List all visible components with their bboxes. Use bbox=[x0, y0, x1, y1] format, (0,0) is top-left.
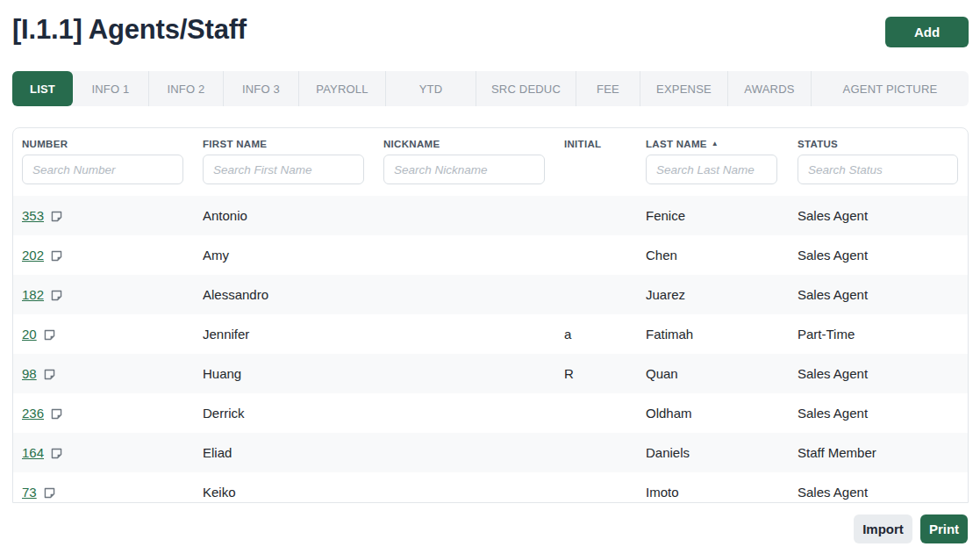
table-row: 98HuangRQuanSales Agent bbox=[13, 354, 968, 393]
agent-number-link[interactable]: 73 bbox=[22, 485, 37, 500]
tab-fee[interactable]: FEE bbox=[576, 71, 640, 106]
number-cell: 98 bbox=[22, 366, 203, 381]
tab-info-2[interactable]: INFO 2 bbox=[149, 71, 224, 106]
tab-bar: LIST INFO 1 INFO 2 INFO 3 PAYROLL YTD SR… bbox=[12, 71, 969, 106]
number-cell: 353 bbox=[22, 208, 203, 223]
table-row: 73KeikoImotoSales Agent bbox=[13, 472, 968, 503]
number-cell: 202 bbox=[22, 248, 203, 263]
status-cell: Sales Agent bbox=[798, 248, 959, 263]
number-cell: 236 bbox=[22, 406, 203, 421]
column-header-number[interactable]: NUMBER bbox=[22, 139, 203, 149]
last-name-cell: Fatimah bbox=[646, 327, 798, 342]
sticky-note-icon[interactable] bbox=[43, 368, 56, 381]
agent-number-link[interactable]: 353 bbox=[22, 208, 44, 223]
agent-number-link[interactable]: 202 bbox=[22, 248, 44, 263]
agent-number-link[interactable]: 182 bbox=[22, 287, 44, 302]
last-name-cell: Juarez bbox=[646, 287, 798, 302]
sticky-note-icon[interactable] bbox=[50, 407, 63, 421]
status-cell: Sales Agent bbox=[798, 208, 959, 223]
first-name-cell: Antonio bbox=[203, 208, 383, 223]
last-name-cell: Fenice bbox=[646, 208, 798, 223]
footer-bar: Import Print bbox=[0, 503, 980, 554]
initial-cell: R bbox=[564, 366, 646, 381]
sticky-note-icon[interactable] bbox=[43, 328, 56, 342]
column-header-nickname[interactable]: NICKNAME bbox=[383, 139, 564, 149]
search-last-name-input[interactable] bbox=[646, 155, 777, 184]
tab-agent-picture[interactable]: AGENT PICTURE bbox=[812, 71, 969, 106]
status-cell: Sales Agent bbox=[798, 485, 959, 500]
column-header-initial[interactable]: INITIAL bbox=[564, 139, 646, 149]
initial-cell: a bbox=[564, 327, 646, 342]
add-button[interactable]: Add bbox=[885, 17, 969, 47]
status-cell: Sales Agent bbox=[798, 287, 959, 302]
tab-src-deduc[interactable]: SRC DEDUC bbox=[476, 71, 576, 106]
first-name-cell: Jennifer bbox=[203, 327, 383, 342]
column-header-status[interactable]: STATUS bbox=[798, 139, 959, 149]
tab-awards[interactable]: AWARDS bbox=[728, 71, 812, 106]
column-status: STATUS bbox=[798, 139, 959, 184]
column-initial: INITIAL bbox=[564, 139, 646, 184]
sticky-note-icon[interactable] bbox=[50, 447, 63, 460]
first-name-cell: Huang bbox=[203, 366, 383, 381]
tab-info-3[interactable]: INFO 3 bbox=[224, 71, 299, 106]
agents-table: NUMBER FIRST NAME NICKNAME INITIAL LAST … bbox=[12, 127, 969, 503]
column-number: NUMBER bbox=[22, 139, 203, 184]
last-name-cell: Oldham bbox=[646, 406, 798, 421]
last-name-cell: Daniels bbox=[646, 445, 798, 460]
table-header-row: NUMBER FIRST NAME NICKNAME INITIAL LAST … bbox=[13, 128, 968, 196]
page-header: [I.1.1] Agents/Staff Add bbox=[0, 0, 980, 60]
column-last-name: LAST NAME ▲ bbox=[646, 139, 798, 184]
first-name-cell: Derrick bbox=[203, 406, 383, 421]
sticky-note-icon[interactable] bbox=[43, 486, 56, 500]
status-cell: Part-Time bbox=[798, 327, 959, 342]
number-cell: 20 bbox=[22, 327, 203, 342]
table-row: 20JenniferaFatimahPart-Time bbox=[13, 314, 968, 354]
first-name-cell: Amy bbox=[203, 248, 383, 263]
first-name-cell: Alessandro bbox=[203, 287, 383, 302]
last-name-cell: Chen bbox=[646, 248, 798, 263]
sort-ascending-icon: ▲ bbox=[712, 140, 719, 147]
first-name-cell: Keiko bbox=[203, 485, 383, 500]
tab-expense[interactable]: EXPENSE bbox=[640, 71, 728, 106]
status-cell: Staff Member bbox=[798, 445, 959, 460]
column-label: LAST NAME bbox=[646, 139, 707, 149]
table-row: 164EliadDanielsStaff Member bbox=[13, 433, 968, 472]
column-label: STATUS bbox=[798, 139, 838, 149]
agent-number-link[interactable]: 20 bbox=[22, 327, 37, 342]
number-cell: 182 bbox=[22, 287, 203, 302]
number-cell: 73 bbox=[22, 485, 203, 500]
import-button[interactable]: Import bbox=[854, 514, 912, 543]
search-number-input[interactable] bbox=[22, 155, 183, 184]
search-nickname-input[interactable] bbox=[383, 155, 545, 184]
column-header-last-name[interactable]: LAST NAME ▲ bbox=[646, 139, 798, 149]
table-body: 353AntonioFeniceSales Agent202AmyChenSal… bbox=[13, 196, 968, 503]
table-row: 236DerrickOldhamSales Agent bbox=[13, 393, 968, 433]
column-header-first-name[interactable]: FIRST NAME bbox=[203, 139, 383, 149]
tab-payroll[interactable]: PAYROLL bbox=[299, 71, 386, 106]
table-row: 182AlessandroJuarezSales Agent bbox=[13, 275, 968, 314]
sticky-note-icon[interactable] bbox=[50, 210, 63, 223]
table-row: 353AntonioFeniceSales Agent bbox=[13, 196, 968, 235]
sticky-note-icon[interactable] bbox=[50, 289, 63, 302]
tab-ytd[interactable]: YTD bbox=[386, 71, 476, 106]
agent-number-link[interactable]: 98 bbox=[22, 366, 37, 381]
column-label: NUMBER bbox=[22, 139, 68, 149]
first-name-cell: Eliad bbox=[203, 445, 383, 460]
agent-number-link[interactable]: 164 bbox=[22, 445, 44, 460]
number-cell: 164 bbox=[22, 445, 203, 460]
column-label: INITIAL bbox=[564, 139, 601, 149]
tab-list[interactable]: LIST bbox=[12, 71, 73, 106]
search-first-name-input[interactable] bbox=[203, 155, 364, 184]
search-status-input[interactable] bbox=[798, 155, 958, 184]
column-first-name: FIRST NAME bbox=[203, 139, 383, 184]
print-button[interactable]: Print bbox=[920, 514, 968, 543]
page-title: [I.1.1] Agents/Staff bbox=[12, 14, 968, 46]
agent-number-link[interactable]: 236 bbox=[22, 406, 44, 421]
table-row: 202AmyChenSales Agent bbox=[13, 235, 968, 275]
sticky-note-icon[interactable] bbox=[50, 249, 63, 263]
status-cell: Sales Agent bbox=[798, 366, 959, 381]
column-label: NICKNAME bbox=[383, 139, 440, 149]
tab-info-1[interactable]: INFO 1 bbox=[73, 71, 149, 106]
last-name-cell: Quan bbox=[646, 366, 798, 381]
status-cell: Sales Agent bbox=[798, 406, 959, 421]
